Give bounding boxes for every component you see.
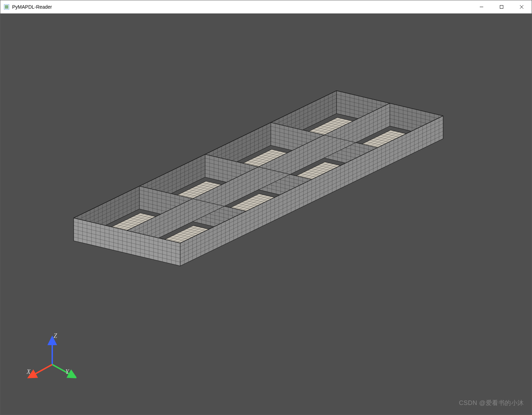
app-window: PyMAPDL-Reader [0, 0, 532, 415]
app-icon [4, 4, 9, 10]
titlebar[interactable]: PyMAPDL-Reader [0, 0, 532, 13]
minimize-button[interactable] [471, 0, 492, 13]
3d-viewport[interactable]: Z X Y CSDN @爱看书的小沐 [0, 13, 532, 415]
maximize-button[interactable] [492, 0, 512, 13]
window-title: PyMAPDL-Reader [12, 4, 471, 10]
minimize-icon [480, 5, 483, 9]
maximize-icon [500, 5, 503, 9]
svg-rect-3 [500, 5, 503, 8]
window-controls [471, 0, 532, 13]
mesh-render [0, 13, 532, 415]
svg-rect-1 [5, 5, 8, 9]
close-button[interactable] [512, 0, 532, 13]
close-icon [520, 5, 523, 9]
